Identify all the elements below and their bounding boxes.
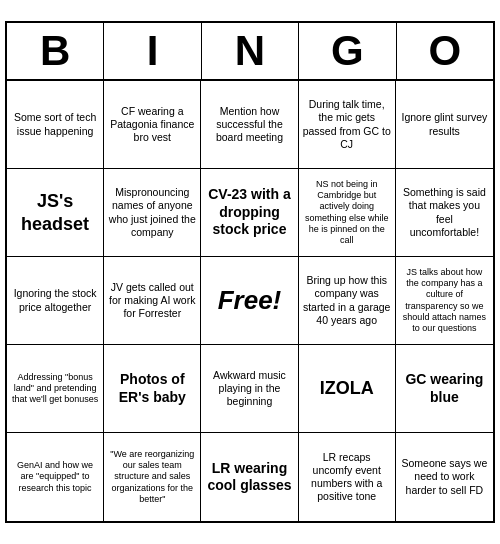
bingo-cell-22[interactable]: LR wearing cool glasses bbox=[201, 433, 298, 521]
bingo-cell-8[interactable]: NS not being in Cambridge but actively d… bbox=[299, 169, 396, 257]
bingo-cell-5[interactable]: JS's headset bbox=[7, 169, 104, 257]
bingo-cell-6[interactable]: Mispronouncing names of anyone who just … bbox=[104, 169, 201, 257]
bingo-cell-12[interactable]: Free! bbox=[201, 257, 298, 345]
bingo-cell-14[interactable]: JS talks about how the company has a cul… bbox=[396, 257, 493, 345]
bingo-grid: Some sort of tech issue happeningCF wear… bbox=[7, 81, 493, 521]
bingo-card: B I N G O Some sort of tech issue happen… bbox=[5, 21, 495, 523]
header-n: N bbox=[202, 23, 299, 79]
header-g: G bbox=[299, 23, 396, 79]
bingo-cell-15[interactable]: Addressing "bonus land" and pretending t… bbox=[7, 345, 104, 433]
bingo-cell-2[interactable]: Mention how successful the board meeting bbox=[201, 81, 298, 169]
bingo-cell-21[interactable]: "We are reorganizing our sales team stru… bbox=[104, 433, 201, 521]
bingo-cell-9[interactable]: Something is said that makes you feel un… bbox=[396, 169, 493, 257]
header-b: B bbox=[7, 23, 104, 79]
bingo-cell-1[interactable]: CF wearing a Patagonia finance bro vest bbox=[104, 81, 201, 169]
bingo-cell-18[interactable]: IZOLA bbox=[299, 345, 396, 433]
bingo-cell-24[interactable]: Someone says we need to work harder to s… bbox=[396, 433, 493, 521]
bingo-cell-7[interactable]: CV-23 with a dropping stock price bbox=[201, 169, 298, 257]
header-i: I bbox=[104, 23, 201, 79]
bingo-cell-16[interactable]: Photos of ER's baby bbox=[104, 345, 201, 433]
bingo-cell-20[interactable]: GenAI and how we are "equipped" to resea… bbox=[7, 433, 104, 521]
bingo-cell-11[interactable]: JV gets called out for making AI work fo… bbox=[104, 257, 201, 345]
bingo-cell-3[interactable]: During talk time, the mic gets passed fr… bbox=[299, 81, 396, 169]
bingo-cell-0[interactable]: Some sort of tech issue happening bbox=[7, 81, 104, 169]
bingo-cell-17[interactable]: Awkward music playing in the beginning bbox=[201, 345, 298, 433]
bingo-header: B I N G O bbox=[7, 23, 493, 81]
bingo-cell-19[interactable]: GC wearing blue bbox=[396, 345, 493, 433]
bingo-cell-4[interactable]: Ignore glint survey results bbox=[396, 81, 493, 169]
header-o: O bbox=[397, 23, 493, 79]
bingo-cell-10[interactable]: Ignoring the stock price altogether bbox=[7, 257, 104, 345]
bingo-cell-13[interactable]: Bring up how this company was started in… bbox=[299, 257, 396, 345]
bingo-cell-23[interactable]: LR recaps uncomfy event numbers with a p… bbox=[299, 433, 396, 521]
